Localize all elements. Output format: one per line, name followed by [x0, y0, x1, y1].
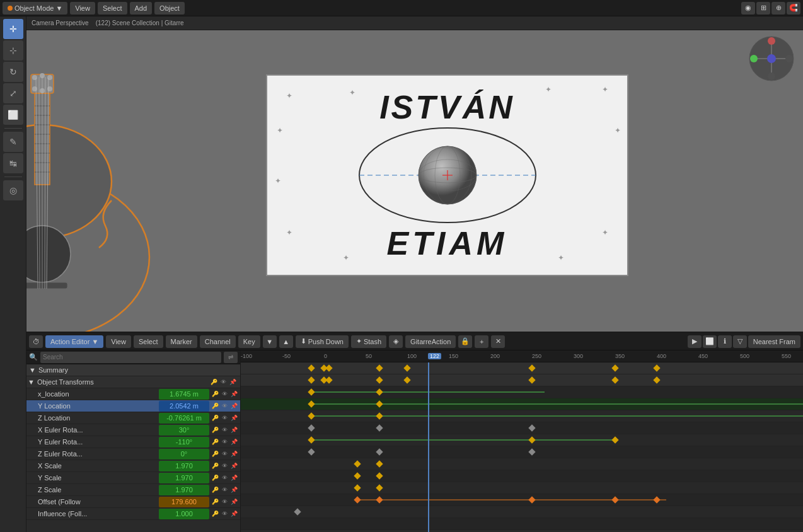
tl-summary-row[interactable]	[241, 362, 803, 374]
ae-marker-menu[interactable]: Marker	[166, 335, 197, 348]
z-euler-value[interactable]: 0°	[159, 449, 209, 460]
xe-key-icon[interactable]: 🔑	[211, 425, 219, 434]
action-editor-mode-btn[interactable]: Action Editor ▼	[45, 335, 103, 348]
gizmo-icon[interactable]: ⊕	[771, 2, 785, 14]
offset-follow-value[interactable]: 179.600	[159, 497, 209, 507]
y-location-row[interactable]: Y Location 2.0542 m 🔑 👁 📌	[26, 400, 240, 412]
x-location-value[interactable]: 1.6745 m	[159, 389, 209, 400]
tl-zloc-row[interactable]	[241, 410, 803, 422]
ot-pin-icon[interactable]: 📌	[228, 378, 237, 386]
search-input[interactable]	[40, 352, 221, 363]
yl-key-icon[interactable]: 🔑	[211, 402, 219, 410]
origin-tool[interactable]: ◎	[3, 180, 23, 200]
z-scale-value[interactable]: 1.970	[159, 485, 209, 495]
ae-view-menu[interactable]: View	[106, 335, 131, 348]
zs-eye-icon[interactable]: 👁	[220, 485, 229, 494]
time-ruler[interactable]: -100 -50 0 50 100 122 150 200 250 300 35…	[241, 350, 803, 362]
x-scale-row[interactable]: X Scale 1.970 🔑 👁 📌	[26, 460, 240, 472]
rotate-tool[interactable]: ↻	[3, 62, 23, 82]
if-key-icon[interactable]: 🔑	[211, 509, 219, 518]
stash-btn[interactable]: ✦ Stash	[351, 335, 386, 348]
snap-icon[interactable]: 🧲	[787, 2, 800, 14]
transform-tool[interactable]: ⬜	[3, 105, 23, 125]
ae-play-icon[interactable]: ▶	[688, 335, 702, 348]
influence-follow-row[interactable]: Influence (Foll... 1.000 🔑 👁 📌	[26, 508, 240, 520]
y-scale-row[interactable]: Y Scale 1.970 🔑 👁 📌	[26, 472, 240, 484]
tl-offset-row[interactable]	[241, 494, 803, 506]
ys-pin-icon[interactable]: 📌	[229, 473, 238, 482]
xl-pin-icon[interactable]: 📌	[229, 390, 238, 398]
ae-nearest-frame-btn[interactable]: Nearest Fram	[748, 335, 800, 348]
ze-eye-icon[interactable]: 👁	[220, 449, 229, 458]
object-menu[interactable]: Object	[154, 2, 185, 14]
viewport-3d[interactable]: ✦ ✦ ✦ ✦ ✦ ✦ ✦ ✦ ✦ ✦ ✦ ISTVÁN	[26, 30, 803, 332]
measure-tool[interactable]: ↹	[3, 153, 23, 173]
xe-eye-icon[interactable]: 👁	[220, 425, 229, 434]
tl-yloc-row[interactable]	[241, 398, 803, 410]
tl-xloc-row[interactable]	[241, 386, 803, 398]
ae-select-menu[interactable]: Select	[134, 335, 163, 348]
scale-tool[interactable]: ⤢	[3, 83, 23, 103]
ot-eye-icon[interactable]: 👁	[219, 378, 228, 386]
ae-down-icon[interactable]: ▼	[263, 335, 277, 348]
ye-eye-icon[interactable]: 👁	[220, 437, 229, 446]
ae-normalize-icon[interactable]: ⬜	[703, 335, 717, 348]
ae-action-new[interactable]: +	[475, 335, 488, 348]
ae-up-icon[interactable]: ▲	[279, 335, 293, 348]
ae-filter-icon[interactable]: ▽	[733, 335, 747, 348]
y-location-value[interactable]: 2.0542 m	[159, 401, 209, 412]
overlay-icon[interactable]: ⊞	[756, 2, 770, 14]
xs-pin-icon[interactable]: 📌	[229, 461, 238, 470]
ys-eye-icon[interactable]: 👁	[220, 473, 229, 482]
of-pin-icon[interactable]: 📌	[229, 497, 238, 506]
of-eye-icon[interactable]: 👁	[220, 497, 229, 506]
tl-zscale-row[interactable]	[241, 482, 803, 494]
annotate-tool[interactable]: ✎	[3, 132, 23, 152]
timeline-scroll[interactable]	[241, 362, 803, 532]
cursor-tool[interactable]: ✛	[3, 19, 23, 39]
yl-eye-icon[interactable]: 👁	[220, 402, 229, 410]
viewport-shading-icon[interactable]: ◉	[741, 2, 755, 14]
ae-info-icon[interactable]: ℹ	[718, 335, 732, 348]
tl-zeuler-row[interactable]	[241, 446, 803, 458]
tl-empty-row[interactable]	[241, 518, 803, 530]
view-menu[interactable]: View	[70, 2, 95, 14]
z-location-row[interactable]: Z Location -0.76261 m 🔑 👁 📌	[26, 412, 240, 424]
z-location-value[interactable]: -0.76261 m	[159, 413, 209, 424]
ae-key-menu[interactable]: Key	[238, 335, 260, 348]
push-down-btn[interactable]: ⬇ Push Down	[296, 335, 349, 348]
x-scale-value[interactable]: 1.970	[159, 461, 209, 471]
xl-key-icon[interactable]: 🔑	[211, 390, 219, 398]
action-name-btn[interactable]: GitarreAction	[405, 335, 456, 348]
zs-key-icon[interactable]: 🔑	[211, 485, 219, 494]
tl-influence-row[interactable]	[241, 506, 803, 518]
select-menu[interactable]: Select	[98, 2, 127, 14]
tl-ot-row[interactable]	[241, 374, 803, 386]
tl-yeuler-row[interactable]	[241, 434, 803, 446]
ye-pin-icon[interactable]: 📌	[229, 437, 238, 446]
zs-pin-icon[interactable]: 📌	[229, 485, 238, 494]
ot-key-icon[interactable]: 🔑	[209, 378, 218, 386]
zl-pin-icon[interactable]: 📌	[229, 413, 238, 422]
influence-follow-value[interactable]: 1.000	[159, 509, 209, 519]
tl-xscale-row[interactable]	[241, 458, 803, 470]
ae-action-unlink[interactable]: ✕	[491, 335, 505, 348]
tl-yscale-row[interactable]	[241, 470, 803, 482]
summary-row[interactable]: ▼ Summary	[26, 364, 240, 376]
add-menu[interactable]: Add	[130, 2, 153, 14]
timeline-area[interactable]: -100 -50 0 50 100 122 150 200 250 300 35…	[241, 350, 803, 532]
ae-mode-icon[interactable]: ⏱	[29, 335, 43, 348]
ae-pin-icon[interactable]: ◈	[389, 335, 403, 348]
viewport-nav[interactable]	[746, 33, 797, 84]
ye-key-icon[interactable]: 🔑	[211, 437, 219, 446]
z-euler-row[interactable]: Z Euler Rota... 0° 🔑 👁 📌	[26, 448, 240, 460]
offset-follow-row[interactable]: Offset (Follow 179.600 🔑 👁 📌	[26, 496, 240, 508]
if-pin-icon[interactable]: 📌	[229, 509, 238, 518]
ys-key-icon[interactable]: 🔑	[211, 473, 219, 482]
x-euler-value[interactable]: 30°	[159, 425, 209, 436]
xl-eye-icon[interactable]: 👁	[220, 390, 229, 398]
y-euler-value[interactable]: -110°	[159, 437, 209, 448]
ae-action-lock[interactable]: 🔒	[458, 335, 472, 348]
ze-pin-icon[interactable]: 📌	[229, 449, 238, 458]
xs-eye-icon[interactable]: 👁	[220, 461, 229, 470]
